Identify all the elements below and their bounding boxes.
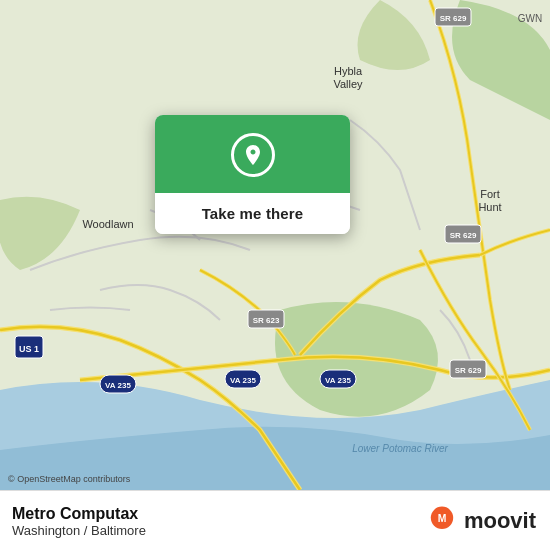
bottom-bar: Metro Computax Washington / Baltimore M … (0, 490, 550, 550)
company-location: Washington / Baltimore (12, 523, 146, 538)
take-me-there-button[interactable]: Take me there (202, 205, 304, 222)
svg-text:VA 235: VA 235 (230, 376, 256, 385)
svg-text:Woodlawn: Woodlawn (82, 218, 133, 230)
svg-text:VA 235: VA 235 (105, 381, 131, 390)
bottom-left-info: Metro Computax Washington / Baltimore (12, 503, 146, 538)
svg-text:VA 235: VA 235 (325, 376, 351, 385)
moovit-logo: M moovit (426, 505, 536, 537)
popup-button-section[interactable]: Take me there (155, 193, 350, 234)
svg-text:Hybla: Hybla (334, 65, 363, 77)
svg-text:SR 629: SR 629 (450, 231, 477, 240)
company-name: Metro Computax (12, 505, 146, 523)
svg-text:GWN: GWN (518, 13, 542, 24)
svg-text:US 1: US 1 (19, 344, 39, 354)
moovit-text: moovit (464, 508, 536, 534)
map-container: Hybla Valley Woodlawn Fort Hunt GWN Lowe… (0, 0, 550, 490)
svg-text:SR 629: SR 629 (440, 14, 467, 23)
popup-green-section (155, 115, 350, 193)
svg-text:Valley: Valley (333, 78, 363, 90)
popup-card: Take me there (155, 115, 350, 234)
moovit-icon: M (426, 505, 458, 537)
location-pin-icon (231, 133, 275, 177)
svg-text:Fort: Fort (480, 188, 500, 200)
svg-text:Lower Potomac River: Lower Potomac River (352, 443, 448, 454)
svg-text:SR 629: SR 629 (455, 366, 482, 375)
svg-text:Hunt: Hunt (478, 201, 501, 213)
svg-text:SR 623: SR 623 (253, 316, 280, 325)
svg-text:M: M (438, 512, 447, 523)
map-attribution: © OpenStreetMap contributors (8, 474, 130, 484)
